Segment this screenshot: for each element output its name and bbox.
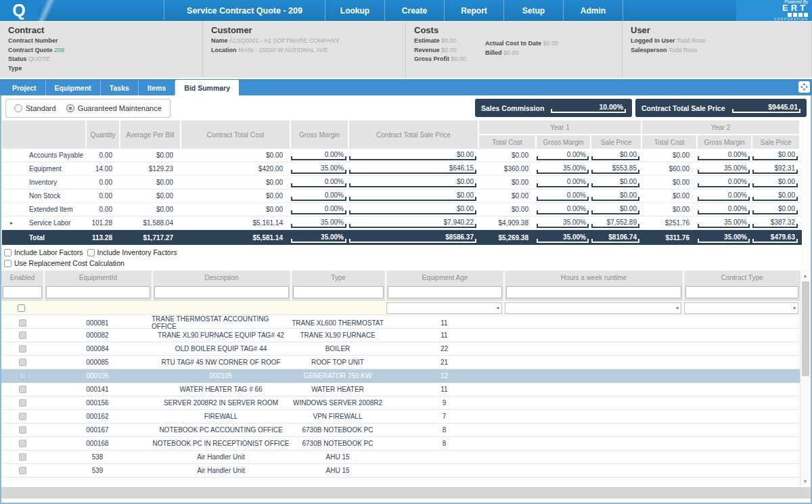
cell-y2-gross-margin-field[interactable]: 35.00%: [698, 233, 750, 243]
sales-commission-field[interactable]: 10.00%: [551, 103, 626, 113]
equipment-row[interactable]: 538Air Handler UnitAHU 15: [1, 451, 800, 464]
cell-y2-sale-price-field[interactable]: $0.00: [752, 204, 798, 214]
row-enabled-checkbox[interactable]: [19, 372, 26, 380]
scrollbar-track[interactable]: [800, 280, 810, 476]
equipment-row[interactable]: 000162FIREWALLVPN FIREWALL7: [1, 410, 800, 423]
tab-bid-summary[interactable]: Bid Summary: [175, 80, 239, 95]
scroll-down-arrow-icon[interactable]: ▼: [800, 476, 810, 486]
tab-project[interactable]: Project: [3, 81, 46, 95]
filter-equipment-age-input[interactable]: [388, 286, 502, 298]
cell-y2-sale-price-field[interactable]: $92.31: [752, 164, 798, 174]
filter-type-input[interactable]: [293, 286, 384, 298]
row-enabled-checkbox[interactable]: [19, 386, 26, 393]
include-inventory-factors-checkbox[interactable]: [87, 249, 95, 256]
radio-guaranteed-circle-icon[interactable]: [66, 104, 74, 112]
cell-gross-margin-field[interactable]: 35.00%: [291, 233, 346, 243]
radio-guaranteed-maintenance[interactable]: Guaranteed Maintenance: [66, 104, 162, 112]
row-enabled-checkbox[interactable]: [19, 426, 26, 434]
row-enabled-checkbox[interactable]: [19, 467, 26, 474]
cell-gross-margin-field[interactable]: 0.00%: [291, 191, 346, 201]
cell-y1-gross-margin-field[interactable]: 35.00%: [537, 233, 589, 243]
cell-y1-sale-price-field[interactable]: $0.00: [591, 204, 639, 214]
cell-y1-gross-margin-field[interactable]: 0.00%: [537, 191, 589, 201]
row-enabled-checkbox[interactable]: [19, 440, 26, 447]
row-enabled-checkbox[interactable]: [19, 399, 26, 407]
cell-y1-gross-margin-field[interactable]: 35.00%: [537, 218, 589, 228]
filter-hours-runtime-input[interactable]: [506, 286, 681, 298]
tab-tasks[interactable]: Tasks: [101, 81, 139, 95]
cell-contract-total-sale-price-field[interactable]: $8586.37: [349, 233, 476, 243]
cell-y1-sale-price-field[interactable]: $7,552.89: [591, 218, 639, 228]
equipment-row[interactable]: 000141WATER HEATER TAG # 66WATER HEATER1…: [1, 383, 800, 396]
row-enabled-checkbox[interactable]: [19, 413, 26, 420]
cell-contract-total-sale-price-field[interactable]: $7,940.22: [349, 218, 476, 228]
cell-y2-sale-price-field[interactable]: $387.32: [752, 218, 798, 228]
cell-y2-gross-margin-field[interactable]: 0.00%: [698, 204, 750, 214]
filter-description-input[interactable]: [154, 286, 289, 298]
cell-y1-gross-margin-field[interactable]: 0.00%: [537, 150, 589, 160]
equipment-row[interactable]: 000084OLD BOILER EQUIP TAG# 44BOILER22: [1, 342, 800, 356]
cell-y2-gross-margin-field[interactable]: 0.00%: [698, 191, 750, 201]
equipment-row[interactable]: 000168NOTEBOOK PC IN RECEPTIONIST OFFICE…: [1, 437, 800, 451]
horizontal-scrollbar[interactable]: [1, 487, 811, 499]
row-enabled-checkbox[interactable]: [19, 319, 26, 327]
equipment-row[interactable]: 539Air Handler UnitAHU 15: [1, 464, 800, 478]
equipment-row[interactable]: 000156SERVER 2008R2 IN SERVER ROOMWINDOW…: [1, 396, 800, 410]
radio-standard-circle-icon[interactable]: [14, 104, 22, 112]
cell-y2-gross-margin-field[interactable]: 35.00%: [698, 164, 750, 174]
cell-contract-total-sale-price-field[interactable]: $646.15: [349, 164, 476, 174]
cell-gross-margin-field[interactable]: 0.00%: [291, 177, 346, 187]
filter-equipmentid-input[interactable]: [46, 286, 150, 298]
equipment-row[interactable]: 000167NOTEBOOK PC ACCOUNTING OFFICE6730B…: [1, 423, 800, 437]
cell-y1-sale-price-field[interactable]: $553.85: [591, 164, 639, 174]
cell-gross-margin-field[interactable]: 0.00%: [291, 150, 346, 160]
filter-contract-type-input[interactable]: [685, 286, 798, 298]
expand-button[interactable]: [798, 81, 810, 93]
cell-y1-sale-price-field[interactable]: $8106.74: [591, 233, 639, 243]
cell-y2-gross-margin-field[interactable]: 0.00%: [698, 150, 750, 160]
cell-y1-gross-margin-field[interactable]: 0.00%: [537, 204, 589, 214]
cell-y2-sale-price-field[interactable]: $0.00: [752, 177, 798, 187]
select-all-checkbox[interactable]: [18, 304, 25, 312]
hours-runtime-dropdown[interactable]: ▾: [505, 302, 681, 314]
cell-y2-gross-margin-field[interactable]: 35.00%: [698, 218, 750, 228]
equipment-row[interactable]: 000085RTU TAG# 45 NW CORNER OF ROOFROOF …: [1, 356, 800, 369]
tab-items[interactable]: Items: [139, 81, 175, 95]
cell-contract-total-sale-price-field[interactable]: $0.00: [349, 177, 476, 187]
cell-y2-gross-margin-field[interactable]: 0.00%: [698, 177, 750, 187]
menu-report[interactable]: Report: [444, 0, 503, 21]
contract-total-sale-price-field[interactable]: $9445.01: [732, 103, 800, 113]
equipment-age-dropdown[interactable]: ▾: [386, 302, 502, 314]
menu-create[interactable]: Create: [384, 0, 444, 21]
row-enabled-checkbox[interactable]: [19, 345, 26, 352]
radio-standard[interactable]: Standard: [14, 104, 56, 112]
cell-y2-sale-price-field[interactable]: $0.00: [752, 191, 798, 201]
cell-contract-total-sale-price-field[interactable]: $0.00: [349, 204, 476, 214]
menu-admin[interactable]: Admin: [563, 0, 623, 21]
include-labor-factors-checkbox[interactable]: [4, 249, 12, 256]
cell-y1-sale-price-field[interactable]: $0.00: [591, 177, 639, 187]
cell-gross-margin-field[interactable]: 0.00%: [291, 204, 346, 214]
menu-lookup[interactable]: Lookup: [325, 0, 384, 21]
expand-arrow-icon[interactable]: ▸: [2, 216, 21, 229]
cell-y1-gross-margin-field[interactable]: 35.00%: [537, 164, 589, 174]
cell-gross-margin-field[interactable]: 35.00%: [291, 218, 346, 228]
contract-type-dropdown[interactable]: ▾: [684, 302, 798, 314]
row-enabled-checkbox[interactable]: [19, 453, 26, 461]
scroll-up-arrow-icon[interactable]: ▲: [800, 271, 810, 280]
cell-y1-gross-margin-field[interactable]: 0.00%: [537, 177, 589, 187]
app-logo[interactable]: Q: [0, 0, 38, 21]
equipment-row[interactable]: 000082TRANE XL90 FURNACE EQUIP TAG# 42TR…: [1, 329, 800, 342]
menu-setup[interactable]: Setup: [503, 0, 563, 21]
scrollbar-thumb[interactable]: [802, 281, 809, 376]
use-replacement-cost-checkbox[interactable]: [4, 260, 12, 267]
row-enabled-checkbox[interactable]: [19, 359, 26, 366]
cell-contract-total-sale-price-field[interactable]: $0.00: [349, 150, 476, 160]
row-enabled-checkbox[interactable]: [19, 331, 26, 339]
cell-y2-sale-price-field[interactable]: $0.00: [752, 150, 798, 160]
filter-enabled-input[interactable]: [3, 286, 42, 298]
cell-y1-sale-price-field[interactable]: $0.00: [591, 150, 639, 160]
equipment-row[interactable]: 000105000105GENERATOR 750 KW12: [1, 369, 800, 383]
cell-gross-margin-field[interactable]: 35.00%: [291, 164, 346, 174]
cell-y2-sale-price-field[interactable]: $479.63: [752, 233, 798, 243]
